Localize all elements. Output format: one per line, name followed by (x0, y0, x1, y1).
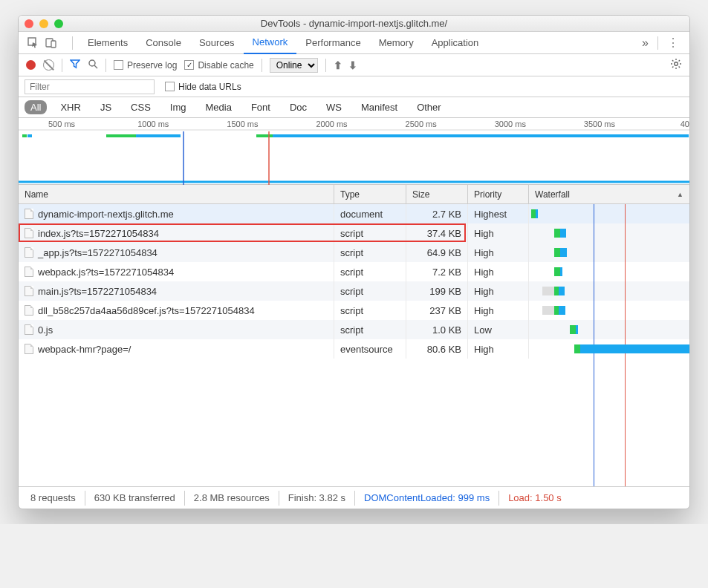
svg-point-3 (89, 60, 95, 66)
status-requests: 8 requests (22, 491, 85, 506)
request-name: webpack-hmr?page=/ (38, 344, 131, 355)
request-type: script (334, 301, 406, 320)
filter-input[interactable] (25, 79, 155, 94)
type-filter-manifest[interactable]: Manifest (355, 100, 403, 114)
sort-indicator-icon: ▲ (677, 191, 683, 198)
request-size: 80.6 KB (406, 339, 468, 359)
file-icon (25, 286, 33, 296)
col-header-name[interactable]: Name (19, 185, 334, 203)
type-filter-doc[interactable]: Doc (284, 100, 313, 114)
type-filter-img[interactable]: Img (164, 100, 192, 114)
close-window-button[interactable] (25, 19, 33, 28)
filter-bar: Hide data URLs (19, 76, 689, 97)
file-icon (25, 267, 33, 277)
request-row[interactable]: dynamic-import-nextjs.glitch.medocument2… (19, 204, 689, 223)
devtools-window: DevTools - dynamic-import-nextjs.glitch.… (18, 15, 690, 509)
main-tab-strip: ElementsConsoleSourcesNetworkPerformance… (19, 32, 689, 54)
svg-rect-10 (136, 134, 181, 137)
request-waterfall (529, 339, 689, 359)
request-type: script (334, 281, 406, 301)
type-filter-other[interactable]: Other (411, 100, 447, 114)
col-header-priority[interactable]: Priority (468, 185, 529, 203)
file-icon (25, 324, 33, 335)
svg-rect-11 (256, 134, 273, 137)
inspect-element-icon[interactable] (25, 34, 42, 52)
col-header-size[interactable]: Size (406, 185, 468, 203)
request-waterfall (529, 204, 689, 223)
type-filter-all[interactable]: All (25, 100, 47, 114)
request-row[interactable]: _app.js?ts=1572271054834script64.9 KBHig… (19, 243, 689, 262)
request-type: script (334, 262, 406, 281)
more-panels-icon[interactable]: » (637, 36, 653, 50)
clear-button[interactable] (43, 59, 54, 71)
request-priority: High (468, 339, 529, 359)
request-size: 2.7 KB (406, 204, 468, 223)
type-filter-js[interactable]: JS (94, 100, 117, 114)
type-filter-css[interactable]: CSS (125, 100, 157, 114)
svg-rect-8 (27, 134, 32, 137)
status-load: Load: 1.50 s (499, 491, 571, 506)
request-waterfall (529, 301, 689, 320)
request-row[interactable]: main.js?ts=1572271054834script199 KBHigh (19, 281, 689, 301)
search-icon[interactable] (88, 59, 98, 71)
tab-elements[interactable]: Elements (79, 32, 137, 54)
file-icon (25, 247, 33, 258)
file-icon (25, 228, 33, 238)
type-filter-font[interactable]: Font (245, 100, 276, 114)
throttling-select[interactable]: Online (270, 58, 318, 73)
request-priority: Low (468, 320, 529, 339)
tab-console[interactable]: Console (137, 32, 190, 54)
request-row[interactable]: dll_b58c257da4aa56d89cef.js?ts=157227105… (19, 301, 689, 320)
tab-performance[interactable]: Performance (296, 32, 369, 54)
kebab-menu-icon[interactable]: ⋮ (663, 36, 683, 50)
request-name: webpack.js?ts=1572271054834 (38, 267, 174, 278)
type-filter-xhr[interactable]: XHR (54, 100, 86, 114)
status-resources: 2.8 MB resources (185, 491, 279, 506)
col-header-waterfall[interactable]: Waterfall ▲ (529, 185, 689, 203)
import-har-button[interactable]: ⬆︎ (334, 59, 342, 71)
tab-memory[interactable]: Memory (370, 32, 423, 54)
timeline-overview[interactable]: 500 ms1000 ms1500 ms2000 ms2500 ms3000 m… (19, 118, 689, 185)
maximize-window-button[interactable] (54, 19, 63, 28)
filter-toggle-icon[interactable] (70, 59, 80, 71)
request-priority: High (468, 281, 529, 301)
svg-rect-2 (51, 41, 56, 48)
type-filter-ws[interactable]: WS (320, 100, 348, 114)
request-row[interactable]: 0.jsscript1.0 KBLow (19, 320, 689, 339)
request-row[interactable]: webpack-hmr?page=/eventsource80.6 KBHigh (19, 339, 689, 359)
request-name: main.js?ts=1572271054834 (38, 286, 157, 297)
status-domcontentloaded: DOMContentLoaded: 999 ms (355, 491, 499, 506)
request-priority: High (468, 243, 529, 262)
request-name: index.js?ts=1572271054834 (38, 228, 159, 239)
request-size: 37.4 KB (406, 223, 468, 243)
svg-rect-9 (106, 134, 136, 137)
file-icon (25, 344, 33, 354)
type-filter-media[interactable]: Media (199, 100, 237, 114)
export-har-button[interactable]: ⬇︎ (348, 59, 357, 71)
request-type: script (334, 243, 406, 262)
hide-data-urls-checkbox[interactable]: Hide data URLs (165, 82, 241, 92)
request-row[interactable]: index.js?ts=1572271054834script37.4 KBHi… (19, 223, 689, 243)
minimize-window-button[interactable] (39, 19, 48, 28)
record-button[interactable] (26, 60, 36, 70)
request-row[interactable]: webpack.js?ts=1572271054834script7.2 KBH… (19, 262, 689, 281)
svg-rect-12 (273, 134, 689, 137)
request-type: script (334, 223, 406, 243)
preserve-log-checkbox[interactable]: Preserve log (114, 60, 177, 71)
status-transferred: 630 KB transferred (85, 491, 185, 506)
tab-network[interactable]: Network (244, 32, 297, 54)
device-toggle-icon[interactable] (42, 34, 60, 52)
disable-cache-checkbox[interactable]: ✓ Disable cache (184, 60, 253, 71)
request-type: script (334, 320, 406, 339)
traffic-lights (25, 19, 63, 28)
hide-data-urls-label: Hide data URLs (178, 82, 241, 92)
requests-table-header: Name Type Size Priority Waterfall ▲ (19, 185, 689, 204)
request-name: 0.js (38, 324, 53, 336)
tab-sources[interactable]: Sources (190, 32, 244, 54)
request-priority: Highest (468, 204, 529, 223)
request-waterfall (529, 262, 689, 281)
col-header-type[interactable]: Type (334, 185, 406, 203)
tab-application[interactable]: Application (423, 32, 488, 54)
network-settings-icon[interactable] (670, 58, 682, 72)
request-name: dll_b58c257da4aa56d89cef.js?ts=157227105… (38, 305, 255, 316)
